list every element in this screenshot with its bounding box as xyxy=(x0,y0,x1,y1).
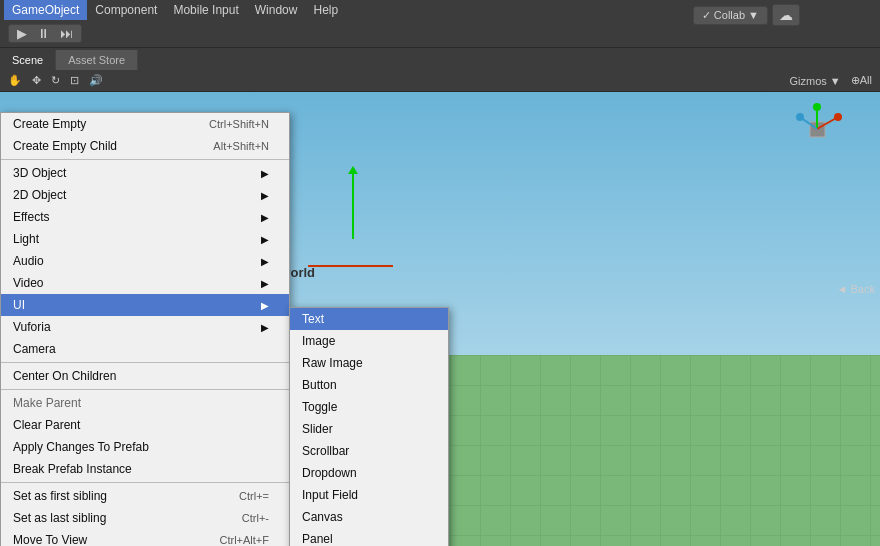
collab-label: Collab ▼ xyxy=(714,9,759,21)
ui-submenu: Text Image Raw Image Button Toggle Slide… xyxy=(289,307,449,546)
scale-tool-button[interactable]: ⊡ xyxy=(66,73,83,88)
cloud-button[interactable]: ☁ xyxy=(772,4,800,26)
svg-point-5 xyxy=(834,113,842,121)
submenu-text[interactable]: Text xyxy=(290,308,448,330)
menu-video[interactable]: Video ▶ xyxy=(1,272,289,294)
menu-make-parent-label: Make Parent xyxy=(1,392,289,414)
submenu-button[interactable]: Button xyxy=(290,374,448,396)
menu-item-component[interactable]: Component xyxy=(87,0,165,20)
gizmos-button[interactable]: Gizmos ▼ xyxy=(786,74,845,88)
submenu-raw-image[interactable]: Raw Image xyxy=(290,352,448,374)
hand-tool-button[interactable]: ✋ xyxy=(4,73,26,88)
submenu-panel[interactable]: Panel xyxy=(290,528,448,546)
menu-create-empty-child[interactable]: Create Empty Child Alt+Shift+N xyxy=(1,135,289,157)
main-content: hello world ◄ Back Create Empty xyxy=(0,92,880,546)
menu-bar: GameObject Component Mobile Input Window… xyxy=(0,0,880,20)
separator-1 xyxy=(1,159,289,160)
menu-ui[interactable]: UI ▶ xyxy=(1,294,289,316)
separator-4 xyxy=(1,482,289,483)
menu-clear-parent[interactable]: Clear Parent xyxy=(1,414,289,436)
menu-item-window[interactable]: Window xyxy=(247,0,306,20)
menu-apply-changes-to-prefab[interactable]: Apply Changes To Prefab xyxy=(1,436,289,458)
svg-point-6 xyxy=(796,113,804,121)
svg-point-4 xyxy=(813,103,821,111)
transform-y-arrowhead xyxy=(348,166,358,174)
step-button[interactable]: ⏭ xyxy=(56,26,77,41)
menu-center-on-children[interactable]: Center On Children xyxy=(1,365,289,387)
rotate-tool-button[interactable]: ↻ xyxy=(47,73,64,88)
submenu-dropdown[interactable]: Dropdown xyxy=(290,462,448,484)
menu-light[interactable]: Light ▶ xyxy=(1,228,289,250)
menu-item-gameobject[interactable]: GameObject xyxy=(4,0,87,20)
submenu-toggle[interactable]: Toggle xyxy=(290,396,448,418)
submenu-canvas[interactable]: Canvas xyxy=(290,506,448,528)
scene-toolbar: ✋ ✥ ↻ ⊡ 🔊 Gizmos ▼ ⊕All xyxy=(0,70,880,92)
menu-create-empty[interactable]: Create Empty Ctrl+Shift+N xyxy=(1,113,289,135)
submenu-image[interactable]: Image xyxy=(290,330,448,352)
menu-3d-object[interactable]: 3D Object ▶ xyxy=(1,162,289,184)
menu-audio[interactable]: Audio ▶ xyxy=(1,250,289,272)
menu-item-help[interactable]: Help xyxy=(305,0,346,20)
menu-set-last-sibling[interactable]: Set as last sibling Ctrl+- xyxy=(1,507,289,529)
submenu-scrollbar[interactable]: Scrollbar xyxy=(290,440,448,462)
pause-button[interactable]: ⏸ xyxy=(33,26,54,41)
tab-scene[interactable]: Scene xyxy=(0,50,56,70)
all-layers-button[interactable]: ⊕All xyxy=(847,73,876,88)
collab-checkbox: ✓ xyxy=(702,9,711,22)
menu-camera[interactable]: Camera xyxy=(1,338,289,360)
transform-x-arrow xyxy=(308,265,393,267)
play-button[interactable]: ▶ xyxy=(13,26,31,41)
menu-item-mobile-input[interactable]: Mobile Input xyxy=(165,0,246,20)
separator-3 xyxy=(1,389,289,390)
gameobject-dropdown: Create Empty Ctrl+Shift+N Create Empty C… xyxy=(0,112,290,546)
collab-area: ✓ Collab ▼ ☁ xyxy=(693,4,800,26)
menu-2d-object[interactable]: 2D Object ▶ xyxy=(1,184,289,206)
submenu-slider[interactable]: Slider xyxy=(290,418,448,440)
speaker-button[interactable]: 🔊 xyxy=(85,73,107,88)
menu-vuforia[interactable]: Vuforia ▶ xyxy=(1,316,289,338)
menu-effects[interactable]: Effects ▶ xyxy=(1,206,289,228)
tab-asset-store[interactable]: Asset Store xyxy=(56,50,138,70)
menu-break-prefab-instance[interactable]: Break Prefab Instance xyxy=(1,458,289,480)
scene-gizmo xyxy=(790,102,845,157)
separator-2 xyxy=(1,362,289,363)
menu-move-to-view[interactable]: Move To View Ctrl+Alt+F xyxy=(1,529,289,546)
tab-bar: Scene Asset Store xyxy=(0,48,880,70)
collab-button[interactable]: ✓ Collab ▼ xyxy=(693,6,768,25)
menu-set-first-sibling[interactable]: Set as first sibling Ctrl+= xyxy=(1,485,289,507)
move-tool-button[interactable]: ✥ xyxy=(28,73,45,88)
back-button[interactable]: ◄ Back xyxy=(837,283,875,295)
transform-y-arrow xyxy=(352,174,354,239)
submenu-input-field[interactable]: Input Field xyxy=(290,484,448,506)
